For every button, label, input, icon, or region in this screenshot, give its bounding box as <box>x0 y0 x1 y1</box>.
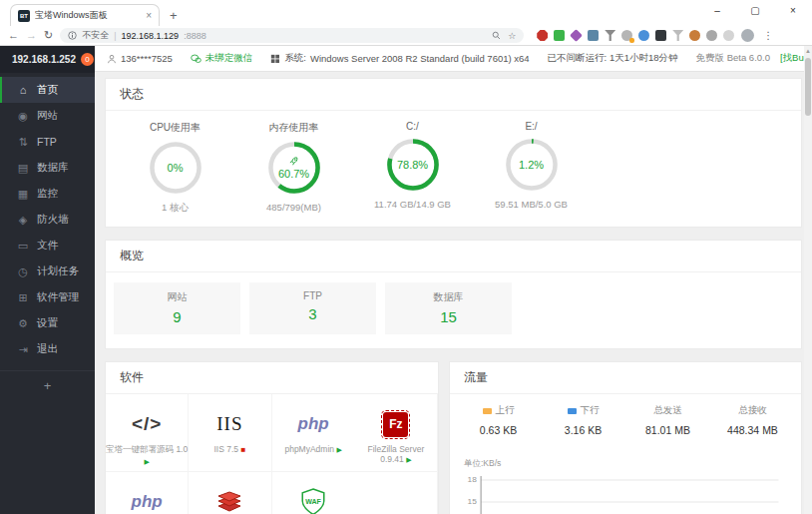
zoom-icon[interactable] <box>492 31 501 40</box>
firewall-icon: ◈ <box>17 214 29 227</box>
wechat-bind-link[interactable]: 未绑定微信 <box>191 52 253 65</box>
sidebar-item-files[interactable]: ▭ 文件 <box>0 233 95 258</box>
user-icon <box>107 54 117 64</box>
waf-shield-icon: WAF <box>300 488 326 514</box>
close-button[interactable]: × <box>774 0 812 24</box>
extension-purple-icon[interactable] <box>571 30 582 41</box>
extension-green-icon[interactable] <box>554 30 565 41</box>
ftp-icon: ⇅ <box>17 136 29 149</box>
svg-text:18: 18 <box>468 476 478 485</box>
extension-adblock-icon[interactable] <box>537 30 548 41</box>
running-icon: ▶ <box>336 446 341 453</box>
window-controls: – ▢ × <box>698 0 812 24</box>
sidebar-item-site[interactable]: ◉ 网站 <box>0 103 95 129</box>
donut-ring: 1.2% <box>503 136 561 194</box>
redis-icon <box>216 490 242 514</box>
overview-panel: 概览 网站 9 FTP 3 <box>105 240 802 349</box>
extensions-row <box>537 30 734 41</box>
wechat-icon <box>191 54 202 64</box>
security-label: 不安全 <box>82 29 109 42</box>
message-badge[interactable]: 0 <box>81 53 94 66</box>
gauge: 内存使用率 <box>234 121 353 215</box>
extension-orange-circle-icon[interactable] <box>689 30 700 41</box>
software-panel-title: 软件 <box>106 362 438 394</box>
sidebar: 192.168.1.252 0 ⌂ 首页 ◉ 网站 ⇅ <box>0 46 95 514</box>
profile-avatar[interactable] <box>741 29 754 42</box>
legend-swatch <box>483 408 492 414</box>
extension-badged-icon[interactable] <box>621 30 632 41</box>
add-server-button[interactable]: + <box>0 370 95 400</box>
url-port: :8888 <box>184 31 206 41</box>
uptime-text: 已不间断运行: 1天1小时18分钟 <box>548 52 678 65</box>
software-grid: </> 宝塔一键部署源码 1.0 ▶ IIS IIS 7.5 ■ <box>106 394 438 514</box>
page-scrollbar[interactable]: ▲ <box>804 46 812 514</box>
software-panel: 软件 </> 宝塔一键部署源码 1.0 ▶ IIS <box>105 361 439 514</box>
software-item[interactable]: WAF 宝塔IIS防火墙 1.0 ▶ <box>272 472 355 514</box>
sidebar-item-ftp[interactable]: ⇅ FTP <box>0 129 95 155</box>
server-ip: 192.168.1.252 <box>12 54 76 65</box>
sidebar-item-cron[interactable]: ◷ 计划任务 <box>0 258 95 284</box>
tab-title: 宝塔Windows面板 <box>35 9 141 22</box>
sidebar-item-home[interactable]: ⌂ 首页 <box>0 77 95 103</box>
scrollbar-thumb[interactable] <box>805 58 811 116</box>
minimize-button[interactable]: – <box>698 0 736 24</box>
browser-tab[interactable]: BT 宝塔Windows面板 × <box>10 4 160 26</box>
extension-blue-square-icon[interactable] <box>588 30 599 41</box>
scrollbar-up-icon[interactable]: ▲ <box>804 46 812 54</box>
donut-ring: 0% <box>147 139 204 197</box>
new-tab-button[interactable]: + <box>170 8 178 26</box>
software-item[interactable]: redis 1.0 ▶ <box>189 472 271 514</box>
extension-dark-icon[interactable] <box>655 30 666 41</box>
account-info[interactable]: 136****7525 <box>107 53 173 64</box>
software-item[interactable]: php phpMyAdmin ▶ <box>272 394 355 472</box>
forward-button[interactable]: → <box>26 30 37 41</box>
browser-chrome: BT 宝塔Windows面板 × + – ▢ × ← → ↻ 不安全 | 192… <box>0 0 812 46</box>
sidebar-header[interactable]: 192.168.1.252 0 <box>0 46 95 73</box>
system-info: 系统: Windows Server 2008 R2 Standard (bui… <box>270 52 529 65</box>
reload-button[interactable]: ↻ <box>44 30 53 41</box>
logout-icon: ⇥ <box>17 343 29 356</box>
bookmark-star-icon[interactable]: ☆ <box>508 31 516 41</box>
browser-menu-icon[interactable]: ⋮ <box>763 30 773 41</box>
panel-app: 192.168.1.252 0 ⌂ 首页 ◉ 网站 ⇅ <box>0 46 812 514</box>
gauge: C:/ 78.8% <box>353 121 472 215</box>
version-text: 免费版 Beta 6.0.0 <box>696 52 770 65</box>
sidebar-item-monitor[interactable]: ▦ 监控 <box>0 181 95 207</box>
extension-funnel-icon[interactable] <box>605 30 615 41</box>
traffic-area-chart: 1815129630 <box>458 472 789 514</box>
bottom-row: 软件 </> 宝塔一键部署源码 1.0 ▶ IIS <box>105 361 802 514</box>
sidebar-item-logout[interactable]: ⇥ 退出 <box>0 336 95 362</box>
address-bar[interactable]: 不安全 | 192.168.1.129 :8888 ☆ <box>60 28 524 43</box>
software-item[interactable]: </> 宝塔一键部署源码 1.0 ▶ <box>106 394 189 472</box>
maximize-button[interactable]: ▢ <box>736 0 774 24</box>
traffic-stat: 下行 3.16 KB <box>541 404 625 436</box>
software-item[interactable]: Fz FileZilla Server 0.9.41 ▶ <box>355 394 438 472</box>
settings-icon: ⚙ <box>17 317 29 330</box>
extension-pale-circle-icon[interactable] <box>723 30 734 41</box>
tab-strip: BT 宝塔Windows面板 × + – ▢ × <box>0 0 812 26</box>
status-panel-title: 状态 <box>106 79 801 111</box>
software-item[interactable]: php PHP-5.2 ▶ <box>106 472 189 514</box>
info-icon <box>68 31 77 40</box>
sidebar-item-firewall[interactable]: ◈ 防火墙 <box>0 207 95 233</box>
extension-arrow-icon[interactable] <box>672 30 683 41</box>
overview-card[interactable]: 数据库 15 <box>385 282 512 334</box>
tab-close-icon[interactable]: × <box>146 10 152 21</box>
traffic-stat: 上行 0.63 KB <box>456 404 541 436</box>
site-icon: ◉ <box>17 110 29 123</box>
sidebar-menu: ⌂ 首页 ◉ 网站 ⇅ FTP ▤ 数据库 <box>0 77 95 362</box>
iis-icon: IIS <box>216 413 242 435</box>
overview-card[interactable]: 网站 9 <box>114 282 240 334</box>
back-button[interactable]: ← <box>8 30 19 41</box>
software-item[interactable]: IIS IIS 7.5 ■ <box>189 394 271 472</box>
running-icon: ▶ <box>144 458 149 465</box>
sidebar-item-soft[interactable]: ⊞ 软件管理 <box>0 284 95 310</box>
extension-grey-circle-icon[interactable] <box>706 30 717 41</box>
overview-card[interactable]: FTP 3 <box>249 282 376 334</box>
code-icon: </> <box>132 413 162 435</box>
sidebar-item-database[interactable]: ▤ 数据库 <box>0 155 95 181</box>
rocket-icon <box>286 154 302 170</box>
soft-icon: ⊞ <box>17 291 29 304</box>
extension-blue-circle-icon[interactable] <box>638 30 649 41</box>
sidebar-item-settings[interactable]: ⚙ 设置 <box>0 310 95 336</box>
